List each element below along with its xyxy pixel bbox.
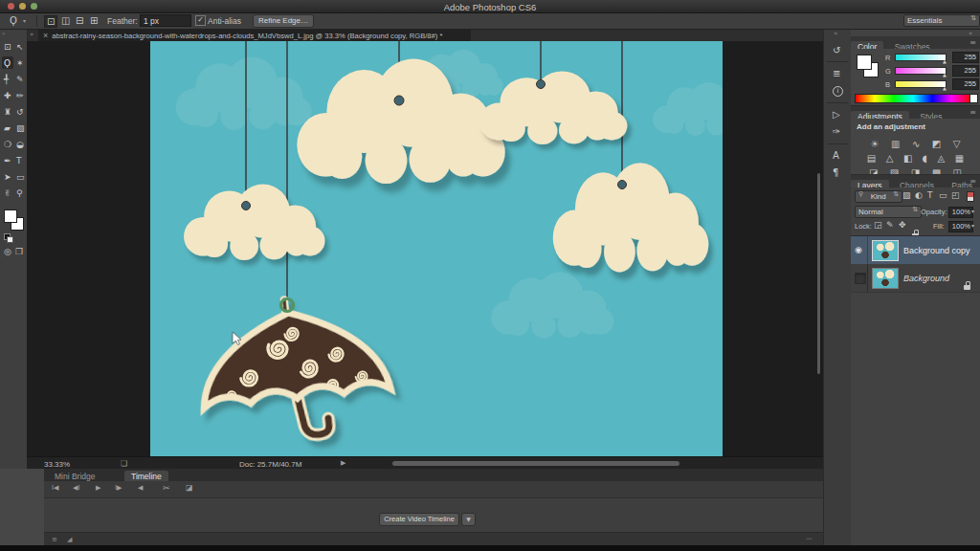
type-tool[interactable]: T	[16, 157, 22, 165]
dodge-tool[interactable]: ◒	[16, 141, 24, 149]
filter-smart-objects-icon[interactable]: ◰	[951, 191, 960, 200]
eyedropper-tool[interactable]: ✎	[16, 76, 24, 84]
blend-mode-select[interactable]: Normal ⇅	[855, 206, 922, 218]
filter-pixel-layers-icon[interactable]: ▨	[902, 191, 911, 200]
lock-image-icon[interactable]: ✎	[886, 221, 894, 230]
timeline-footer-resize-icon[interactable]: —	[806, 536, 813, 542]
layer-filter-kind-select[interactable]: ⚲ Kind ⇅	[855, 190, 902, 203]
properties-panel-icon[interactable]: ≣	[833, 69, 840, 78]
timeline-track-area[interactable]: Create Video Timeline ▼	[44, 498, 823, 532]
dock-collapse-chevron-icon[interactable]: «	[834, 31, 837, 37]
layer-visibility-eye-icon[interactable]: ◉	[855, 246, 862, 254]
canvas-horizontal-scrollbar[interactable]	[392, 461, 679, 466]
blue-slider-marker[interactable]: ▲	[943, 86, 947, 91]
brush-tool[interactable]: ✏	[16, 92, 24, 100]
spectrum-white-chip[interactable]	[969, 94, 978, 103]
tabbar-chevron-icon[interactable]: »	[30, 32, 33, 38]
add-selection-mode-button[interactable]: ◫	[61, 16, 70, 26]
info-panel-icon[interactable]: i	[833, 86, 843, 97]
hand-tool[interactable]: ✌	[4, 189, 11, 198]
fill-caret-icon[interactable]: ▾	[971, 223, 974, 229]
history-panel-icon[interactable]: ↺	[833, 46, 840, 55]
pen-tool[interactable]: ✒	[4, 157, 11, 165]
next-frame-button[interactable]: I▶	[115, 485, 122, 492]
rectangular-marquee-tool[interactable]: ⊡	[4, 43, 11, 52]
layer-name[interactable]: Background	[903, 274, 949, 283]
magic-wand-tool[interactable]: ✶	[16, 59, 24, 68]
filter-shape-layers-icon[interactable]: ▭	[939, 191, 947, 200]
green-slider-track[interactable]	[895, 67, 947, 75]
lock-position-icon[interactable]: ✥	[899, 221, 906, 230]
canvas-vertical-scrollbar[interactable]	[817, 173, 820, 374]
refine-edge-button[interactable]: Refine Edge…	[253, 14, 314, 28]
green-slider-marker[interactable]: ▲	[943, 73, 947, 77]
layer-thumbnail[interactable]	[872, 240, 899, 261]
tools-collapse-icon[interactable]: »	[2, 31, 6, 36]
shape-tool[interactable]: ▭	[16, 173, 25, 182]
zoom-level[interactable]: 33.33%	[44, 460, 70, 469]
filter-toggle-switch[interactable]	[967, 191, 974, 202]
green-value[interactable]: 255	[952, 65, 979, 77]
layer-row-background[interactable]: Background	[851, 264, 980, 293]
previous-frame-button[interactable]: ◀I	[73, 485, 79, 492]
adjustments-panel-menu-icon[interactable]: ≡	[969, 109, 976, 117]
layer-visibility-eye-well[interactable]	[855, 273, 866, 284]
move-tool[interactable]: ↖	[16, 43, 24, 52]
character-panel-icon[interactable]: A	[833, 151, 839, 161]
workspace-selector[interactable]: Essentials ⇅	[903, 14, 980, 27]
canvas[interactable]	[150, 41, 723, 456]
blue-value[interactable]: 255	[952, 78, 979, 90]
filter-type-layers-icon[interactable]: T	[927, 191, 933, 200]
tool-presets-panel-icon[interactable]: ✑	[833, 127, 840, 137]
document-tab[interactable]: × abstract-rainy-season-background-with-…	[38, 30, 471, 41]
document-status-icon[interactable]: ❏	[121, 460, 127, 468]
layer-row-background-copy[interactable]: ◉ Background copy	[851, 236, 980, 264]
quick-mask-mode-button[interactable]: ◎	[4, 248, 11, 256]
zoom-tool[interactable]: ⚲	[16, 189, 23, 198]
play-button[interactable]: ▶	[96, 485, 100, 492]
red-slider-track[interactable]	[895, 54, 947, 61]
gradient-tool[interactable]: ▧	[16, 124, 25, 133]
red-value[interactable]: 255	[952, 52, 979, 63]
create-video-timeline-caret[interactable]: ▼	[461, 513, 476, 526]
transition-button[interactable]: ◪	[186, 484, 193, 492]
lasso-tool-preset-icon[interactable]: Ϙ	[10, 16, 17, 26]
color-panel-menu-icon[interactable]: ≡	[969, 39, 976, 47]
feather-input[interactable]	[140, 14, 191, 27]
fill-value[interactable]: 100%	[948, 221, 973, 232]
foreground-color-chip[interactable]	[857, 55, 872, 70]
opacity-caret-icon[interactable]: ▾	[971, 209, 974, 214]
lock-transparency-icon[interactable]: ◲	[874, 221, 882, 230]
blur-tool[interactable]: ❍	[4, 141, 11, 149]
layers-panel-menu-icon[interactable]: ≡	[969, 178, 976, 186]
filter-adjustment-layers-icon[interactable]: ◐	[915, 191, 923, 200]
history-brush-tool[interactable]: ↺	[16, 108, 24, 117]
lasso-tool[interactable]: Ϙ	[4, 59, 11, 68]
healing-brush-tool[interactable]: ✚	[4, 92, 11, 100]
opacity-value[interactable]: 100%	[948, 207, 973, 218]
anti-alias-checkbox[interactable]: ✓	[195, 15, 206, 26]
layer-thumbnail[interactable]	[872, 268, 899, 289]
screen-mode-button[interactable]: ❐	[15, 248, 23, 256]
audio-mute-button[interactable]: ◀	[138, 485, 143, 492]
new-selection-mode-button[interactable]: ⊡	[44, 15, 57, 28]
foreground-color-swatch[interactable]	[4, 209, 17, 223]
layer-name[interactable]: Background copy	[903, 246, 970, 255]
intersect-selection-mode-button[interactable]: ⊞	[90, 16, 98, 26]
eraser-tool[interactable]: ▰	[4, 124, 11, 133]
crop-tool[interactable]: ╃	[4, 76, 9, 84]
blue-slider-track[interactable]	[895, 80, 947, 88]
subtract-selection-mode-button[interactable]: ⊟	[76, 16, 83, 26]
close-document-icon[interactable]: ×	[43, 32, 48, 40]
timeline-footer-menu-icon[interactable]: ≡	[52, 537, 57, 543]
clone-stamp-tool[interactable]: ♜	[4, 108, 11, 117]
tool-preset-caret-icon[interactable]: ▾	[23, 18, 26, 24]
red-slider-marker[interactable]: ▲	[943, 59, 947, 64]
actions-panel-icon[interactable]: ▷	[833, 110, 840, 120]
go-to-first-frame-button[interactable]: I◀	[52, 485, 58, 492]
timeline-zoom-icon[interactable]: ◢	[67, 537, 72, 543]
status-arrow-icon[interactable]: ▶	[341, 460, 345, 467]
create-video-timeline-button[interactable]: Create Video Timeline	[379, 513, 459, 526]
split-at-playhead-button[interactable]: ✂	[163, 484, 170, 493]
paragraph-panel-icon[interactable]: ¶	[833, 168, 838, 178]
